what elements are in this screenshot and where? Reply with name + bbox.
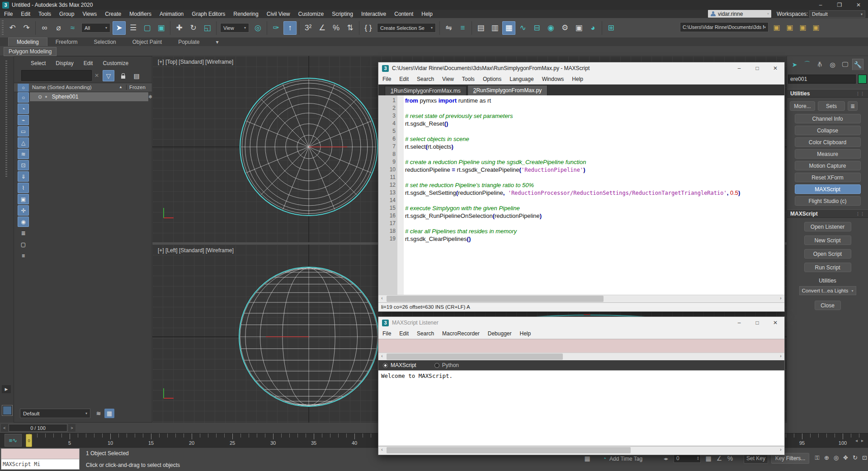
pan-icon[interactable]: ✥ (841, 453, 850, 462)
listener-menu-macrorecorder[interactable]: MacroRecorder (438, 330, 484, 337)
menu-item-edit[interactable]: Edit (17, 10, 34, 18)
table-row[interactable]: ⊙ ● Sphere001 ❄ (30, 92, 148, 101)
editor-menu-tools[interactable]: Tools (458, 76, 479, 82)
select-by-name-icon[interactable]: ☰ (127, 21, 140, 35)
next-frame-button[interactable]: > (68, 424, 75, 432)
create-tab[interactable]: ➤ (789, 59, 800, 70)
open-script-button[interactable]: Open Script (804, 249, 851, 259)
ribbon-tab-object-paint[interactable]: Object Paint (124, 38, 170, 46)
toggle-ribbon-icon[interactable]: ▦ (502, 21, 515, 35)
frozen-toggle-icon[interactable]: ❄ (148, 94, 152, 100)
detail-view-icon[interactable]: ≡ (18, 250, 29, 261)
lock-icon[interactable] (117, 70, 129, 81)
explorer-menu-customize[interactable]: Customize (99, 60, 132, 66)
menu-item-animation[interactable]: Animation (156, 10, 188, 18)
scene-explorer-mode-icon[interactable]: ▦ (104, 409, 114, 418)
frozen-column-header[interactable]: Frozen (126, 85, 146, 90)
rendered-frame-icon[interactable]: ▣ (572, 21, 585, 35)
filter-icon[interactable]: ▽ (103, 70, 114, 81)
editor-horizontal-scrollbar[interactable]: ‹ › (378, 295, 784, 302)
filter-spacewarps-icon[interactable]: ≋ (18, 149, 29, 159)
close-button[interactable]: ✕ (849, 0, 868, 10)
ribbon-tab-selection[interactable]: Selection (85, 38, 124, 46)
editor-menu-help[interactable]: Help (568, 76, 587, 82)
selection-lock-icon[interactable]: ⚿ (813, 453, 821, 462)
undo-icon[interactable]: ↶ (6, 21, 19, 35)
utilities-dropdown[interactable]: Convert t...ea Lights ▾ (799, 286, 856, 295)
editor-menu-search[interactable]: Search (413, 76, 438, 82)
align-icon[interactable]: ≡ (456, 21, 469, 35)
timeline-scroll-arrows[interactable]: ◂▸ (855, 438, 867, 443)
rectangular-selection-icon[interactable]: ▢ (141, 21, 154, 35)
asset-tracking-icon[interactable]: ⊞ (604, 21, 618, 35)
run-script-button[interactable]: Run Script (804, 263, 851, 272)
bind-to-spacewarp-icon[interactable]: ≈ (66, 21, 79, 35)
motion-tab[interactable]: ◎ (827, 59, 838, 70)
toolbar-dropdown[interactable]: View▾ (220, 23, 249, 33)
select-and-move-icon[interactable]: ✚ (173, 21, 186, 35)
flight-studio-c--button[interactable]: Flight Studio (c) (795, 196, 861, 206)
archive-icon[interactable]: ▤ (131, 70, 142, 81)
render-icon[interactable]: ◕ (586, 21, 599, 35)
mini-listener[interactable]: MAXScript Mi (1, 448, 80, 470)
menu-item-customize[interactable]: Customize (294, 10, 328, 18)
toolbar-dropdown[interactable]: All▾ (81, 23, 110, 33)
listener-title-bar[interactable]: 3 MAXScript Listener – □ ✕ (378, 317, 784, 329)
editor-menu-edit[interactable]: Edit (395, 76, 413, 82)
code-editor[interactable]: 1from pymxs import runtime as rt23# rese… (378, 95, 784, 295)
column-type-icon[interactable]: ○ (18, 84, 29, 92)
menu-item-civil-view[interactable]: Civil View (263, 10, 294, 18)
scroll-left-icon[interactable]: ‹ (378, 447, 386, 454)
open-listener-button[interactable]: Open Listener (804, 222, 851, 231)
editor-tab-runsimplygonfrommax.py[interactable]: 2 RunSimplygonFromMax.py (467, 85, 547, 95)
utilities-tab[interactable]: 🔧 (852, 59, 863, 70)
listener-output[interactable]: Welcome to MAXScript. (378, 370, 784, 446)
reset-xform-button[interactable]: Reset XForm (795, 173, 861, 182)
toggle-layer-explorer-icon[interactable]: ▥ (488, 21, 501, 35)
time-slider[interactable]: 0 (26, 434, 32, 447)
spinner-arrows-icon[interactable]: ▲▼ (697, 456, 699, 461)
filter-xrefs-icon[interactable]: ⇓ (18, 171, 29, 182)
ribbon-overflow-icon[interactable]: ▾ (208, 38, 227, 46)
channel-info-button[interactable]: Channel Info (795, 114, 861, 123)
listener-menu-file[interactable]: File (378, 330, 395, 337)
viewport-layout-tabs-icon[interactable] (2, 405, 13, 416)
save-scene-icon[interactable]: ▣ (784, 22, 795, 33)
new-script-button[interactable]: New Script (804, 236, 851, 245)
filter-visibility-icon[interactable]: ◉ (18, 217, 29, 227)
minimize-button[interactable]: – (811, 0, 830, 10)
editor-menu-view[interactable]: View (438, 76, 458, 82)
scroll-right-icon[interactable]: › (777, 447, 784, 454)
user-account-dropdown[interactable]: vidar.rinne ▾ (708, 10, 771, 18)
menu-item-views[interactable]: Views (78, 10, 101, 18)
layer-list-icon[interactable]: ≋ (94, 409, 104, 418)
scroll-right-icon[interactable]: › (777, 353, 784, 360)
explorer-preset-dropdown[interactable]: Default ▾ (20, 409, 90, 418)
mini-curve-editor-button[interactable]: ≡∿ (5, 434, 22, 447)
close-button[interactable]: ✕ (766, 320, 784, 326)
toggle-scene-explorer-icon[interactable]: ▤ (474, 21, 487, 35)
filter-containers-icon[interactable]: ▣ (18, 194, 29, 204)
filter-bones-icon[interactable]: ⌇ (18, 183, 29, 193)
visibility-eye-icon[interactable]: ⊙ (38, 94, 42, 100)
ribbon-tab-modeling[interactable]: Modeling (8, 38, 47, 46)
menu-item-tools[interactable]: Tools (34, 10, 55, 18)
select-and-manipulate-icon[interactable]: ✑ (269, 21, 283, 35)
maximize-viewport-icon[interactable]: ⊡ (860, 453, 868, 462)
utilities-config-icon[interactable]: ≣ (848, 101, 858, 111)
ribbon-tab-freeform[interactable]: Freeform (47, 38, 86, 46)
angle-snap-icon[interactable]: ∠ (316, 21, 329, 35)
toolbar-drag-handle[interactable] (2, 20, 4, 36)
open-recent-icon[interactable]: ▣ (797, 22, 808, 33)
menu-item-group[interactable]: Group (55, 10, 78, 18)
scroll-left-icon[interactable]: ‹ (378, 296, 386, 302)
editor-menu-windows[interactable]: Windows (538, 76, 568, 82)
toolbar-dropdown[interactable]: Create Selection Se▾ (377, 23, 436, 33)
more-button[interactable]: More... (790, 101, 815, 111)
panel-drag-handle[interactable] (5, 61, 7, 178)
workspace-dropdown[interactable]: Default ▾ (809, 10, 865, 18)
listener-menu-search[interactable]: Search (413, 330, 438, 337)
clear-search-icon[interactable]: ✕ (94, 72, 99, 79)
maxscript-radio[interactable] (383, 363, 388, 368)
menu-item-content[interactable]: Content (390, 10, 417, 18)
